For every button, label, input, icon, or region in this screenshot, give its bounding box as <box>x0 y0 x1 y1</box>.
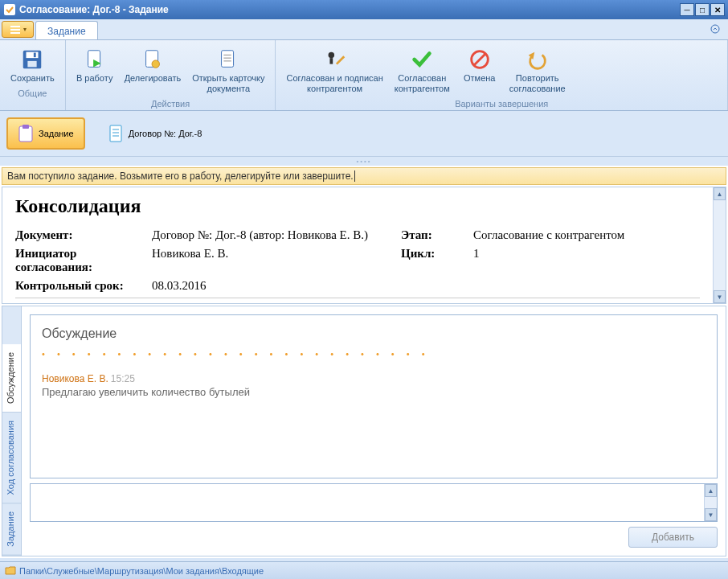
document-lines-icon <box>108 124 124 143</box>
ribbon-group-actions-label: Действия <box>71 96 271 109</box>
info-panel-wrap: Консолидация Документ: Договор №: Дог.-8… <box>2 187 726 304</box>
check-icon <box>410 46 434 73</box>
ribbon-group-common-label: Общие <box>5 86 60 98</box>
scroll-up-icon[interactable]: ▲ <box>705 484 717 497</box>
add-button[interactable]: Добавить <box>628 527 718 548</box>
maximize-button[interactable]: □ <box>695 3 710 16</box>
svg-point-17 <box>328 52 334 59</box>
undo-icon <box>526 46 550 73</box>
statusbar: Папки\Служебные\Маршрутизация\Мои задани… <box>0 561 728 579</box>
tab-task[interactable]: Задание <box>35 21 98 39</box>
tab-strip: ▾ Задание <box>0 19 728 40</box>
add-row: Добавить <box>30 522 718 548</box>
docbar-task-button[interactable]: Задание <box>6 117 85 150</box>
label-initiator: Инициатор согласования: <box>15 247 152 274</box>
signature-icon <box>323 46 347 73</box>
info-scrollbar[interactable]: ▲ ▼ <box>713 187 726 303</box>
window-title: Согласование: Дог.-8 - Задание <box>19 4 679 15</box>
docbar-document-label: Договор №: Дог.-8 <box>129 129 202 138</box>
side-tab-discussion[interactable]: Обсуждение <box>2 344 21 413</box>
discussion-message: Новикова Е. В. 15:25 Предлагаю увеличить… <box>42 373 706 398</box>
discussion-box: Обсуждение • • • • • • • • • • • • • • •… <box>30 314 718 478</box>
label-deadline: Контрольный срок: <box>15 279 152 293</box>
agreed-signed-button[interactable]: Согласован и подписан контрагентом <box>280 43 388 96</box>
svg-rect-7 <box>28 61 37 68</box>
scroll-down-icon[interactable]: ▼ <box>705 508 717 521</box>
take-to-work-button[interactable]: В работу <box>71 43 119 96</box>
app-icon <box>3 3 16 16</box>
svg-rect-0 <box>4 4 15 15</box>
scroll-down-icon[interactable]: ▼ <box>714 290 726 303</box>
value-initiator: Новикова Е. В. <box>152 247 401 274</box>
side-tab-progress[interactable]: Ход согласования <box>2 413 21 503</box>
save-button[interactable]: Сохранить <box>5 43 60 86</box>
prohibit-icon <box>468 46 492 73</box>
repeat-button[interactable]: Повторить согласование <box>504 43 571 96</box>
folder-icon <box>5 565 16 577</box>
svg-line-20 <box>473 54 485 66</box>
save-icon <box>20 46 44 73</box>
discussion-title: Обсуждение <box>42 326 706 341</box>
dot-divider: • • • • • • • • • • • • • • • • • • • • … <box>42 349 706 359</box>
value-stage: Согласование с контрагентом <box>473 228 700 242</box>
svg-point-12 <box>152 60 159 68</box>
scroll-track[interactable] <box>714 200 726 290</box>
hint-text: Вам поступило задание. Возьмите его в ра… <box>7 170 355 182</box>
titlebar: Согласование: Дог.-8 - Задание ─ □ ✕ <box>0 0 728 19</box>
document-card-icon <box>216 46 240 73</box>
scroll-track[interactable] <box>705 497 717 508</box>
hint-bar: Вам поступило задание. Возьмите его в ра… <box>2 167 726 185</box>
svg-rect-23 <box>22 125 29 129</box>
clipboard-icon <box>18 124 34 143</box>
collapse-ribbon-icon[interactable] <box>702 19 728 39</box>
input-scrollbar[interactable]: ▲ ▼ <box>704 484 717 521</box>
open-document-card-button[interactable]: Открыть карточку документа <box>186 43 270 96</box>
svg-point-4 <box>711 25 719 33</box>
svg-rect-18 <box>329 58 333 64</box>
document-user-icon <box>141 46 165 73</box>
cancel-button[interactable]: Отмена <box>456 43 504 96</box>
minimize-button[interactable]: ─ <box>680 3 694 16</box>
document-play-icon <box>83 46 107 73</box>
statusbar-path: Папки\Служебные\Маршрутизация\Мои задани… <box>19 566 264 576</box>
page-title: Консолидация <box>15 195 700 217</box>
document-bar: Задание Договор №: Дог.-8 <box>0 111 728 157</box>
label-document: Документ: <box>15 228 152 242</box>
discussion-input-box: ▲ ▼ <box>30 483 718 522</box>
info-panel: Консолидация Документ: Договор №: Дог.-8… <box>2 187 713 303</box>
svg-rect-3 <box>10 32 20 34</box>
discussion-panel: Обсуждение • • • • • • • • • • • • • • •… <box>22 306 726 556</box>
discussion-input[interactable] <box>31 484 704 521</box>
agreed-button[interactable]: Согласован контрагентом <box>389 43 456 96</box>
lower-section: Задание Ход согласования Обсуждение Обсу… <box>2 306 726 556</box>
svg-rect-13 <box>222 51 234 68</box>
message-text: Предлагаю увеличить количество бутылей <box>42 386 706 398</box>
close-button[interactable]: ✕ <box>710 3 725 16</box>
ribbon-group-completion-label: Варианты завершения <box>280 96 722 109</box>
svg-rect-2 <box>10 29 20 31</box>
message-time: 15:25 <box>111 373 135 384</box>
side-tabs: Задание Ход согласования Обсуждение <box>2 306 22 556</box>
value-cycle: 1 <box>473 247 700 274</box>
ribbon: Сохранить Общие В работу Делегировать От… <box>0 40 728 111</box>
delegate-button[interactable]: Делегировать <box>119 43 187 96</box>
ribbon-group-completion: Согласован и подписан контрагентом Согла… <box>276 40 728 110</box>
ribbon-group-common: Сохранить Общие <box>0 40 66 110</box>
quick-access-menu[interactable]: ▾ <box>2 21 34 38</box>
svg-rect-6 <box>27 52 39 59</box>
label-stage: Этап: <box>401 228 473 242</box>
message-author: Новикова Е. В. <box>42 373 108 384</box>
value-document: Договор №: Дог.-8 (автор: Новикова Е. В.… <box>152 228 401 242</box>
value-deadline: 08.03.2016 <box>152 279 401 293</box>
label-cycle: Цикл: <box>401 247 473 274</box>
docbar-document-button[interactable]: Договор №: Дог.-8 <box>98 119 212 148</box>
side-tab-task[interactable]: Задание <box>2 503 21 556</box>
svg-rect-24 <box>110 125 121 142</box>
ribbon-group-actions: В работу Делегировать Открыть карточку д… <box>66 40 276 110</box>
svg-rect-1 <box>10 26 20 27</box>
scroll-up-icon[interactable]: ▲ <box>714 187 726 200</box>
docbar-task-label: Задание <box>39 129 74 138</box>
svg-rect-8 <box>34 53 36 58</box>
splitter-handle[interactable]: •••• <box>0 157 728 166</box>
